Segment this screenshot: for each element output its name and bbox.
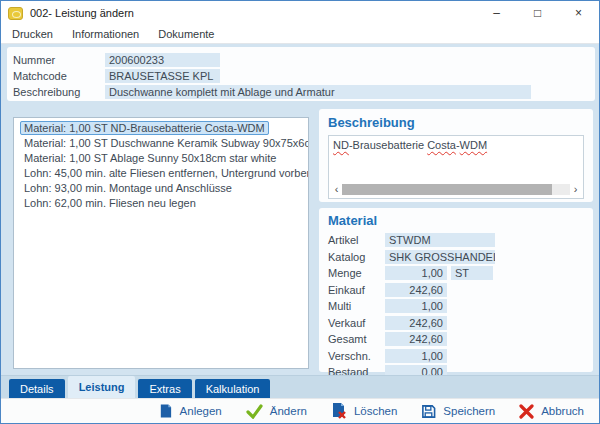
field-label: Beschreibung — [13, 86, 105, 98]
position-list-item[interactable]: Lohn: 93,00 min. Montage und Anschlüsse — [20, 181, 308, 196]
material-row-label: Artikel — [328, 234, 385, 246]
scrollbar-thumb[interactable] — [342, 184, 552, 195]
scroll-left-icon[interactable] — [331, 183, 342, 196]
position-list-item-text: Lohn: 62,00 min. Fliesen neu legen — [20, 196, 200, 210]
position-list-item-text: Lohn: 93,00 min. Montage und Anschlüsse — [20, 181, 236, 195]
position-list-item-text: Material: 1,00 ST Duschwanne Keramik Sub… — [20, 136, 309, 150]
position-list-item-text: Material: 1,00 ST Ablage Sunny 50x18cm s… — [20, 151, 280, 165]
position-list-item[interactable]: Material: 1,00 ST Duschwanne Keramik Sub… — [20, 136, 308, 151]
action-button-label: Löschen — [354, 405, 397, 417]
app-icon — [8, 7, 23, 20]
tab-kalkulation[interactable]: Kalkulation — [195, 379, 271, 398]
material-row: Verschn.1,00 — [328, 349, 585, 363]
menge-field[interactable]: 1,00 — [385, 266, 447, 280]
menu-item-informationen[interactable]: Informationen — [72, 28, 139, 40]
nummer-field[interactable]: 200600233 — [105, 53, 220, 67]
maximize-button[interactable]: □ — [517, 1, 558, 25]
position-list-item[interactable]: Material: 1,00 ST Ablage Sunny 50x18cm s… — [20, 151, 308, 166]
field-label: Matchcode — [13, 70, 105, 82]
menu-item-drucken[interactable]: Drucken — [12, 28, 53, 40]
header-form: Nummer200600233MatchcodeBRAUSETASSE KPLB… — [7, 47, 595, 101]
material-row-label: Katalog — [328, 251, 385, 263]
verschn-field[interactable]: 1,00 — [385, 349, 447, 363]
form-row: Nummer200600233 — [13, 53, 595, 67]
window-controls: – □ × — [476, 1, 599, 25]
scroll-right-icon[interactable] — [570, 183, 581, 196]
einkauf-field[interactable]: 242,60 — [385, 283, 447, 297]
artikel-field[interactable]: STWDM — [385, 233, 495, 247]
beschreibung-field[interactable]: Duschwanne komplett mit Ablage und Armat… — [105, 85, 531, 99]
anlegen-button[interactable]: Anlegen — [158, 403, 222, 419]
save-icon — [421, 404, 436, 419]
material-panel-title: Material — [328, 213, 585, 228]
beschreibung-text: ND-Brausebatterie Costa-WDM — [333, 138, 579, 152]
loeschen-button[interactable]: Löschen — [331, 403, 397, 419]
verkauf-field[interactable]: 242,60 — [385, 316, 447, 330]
gesamt-field[interactable]: 242,60 — [385, 332, 447, 346]
leistung-aendern-window: 002- Leistung ändern – □ × DruckenInform… — [0, 0, 600, 424]
material-row: KatalogSHK GROSSHANDEL — [328, 250, 585, 264]
action-bar: AnlegenÄndernLöschenSpeichernAbbruch — [1, 398, 599, 423]
check-icon — [246, 404, 263, 419]
window-title: 002- Leistung ändern — [30, 7, 134, 19]
action-button-label: Anlegen — [180, 405, 222, 417]
beschreibung-panel: Beschreibung ND-Brausebatterie Costa-WDM — [319, 109, 593, 202]
scrollbar-track[interactable] — [342, 184, 570, 195]
material-row-label: Menge — [328, 267, 385, 279]
position-list-item[interactable]: Lohn: 62,00 min. Fliesen neu legen — [20, 196, 308, 211]
aendern-button[interactable]: Ändern — [246, 404, 307, 419]
horizontal-scrollbar[interactable] — [331, 183, 581, 196]
action-button-label: Ändern — [270, 405, 307, 417]
new-document-icon — [158, 403, 173, 419]
speichern-button[interactable]: Speichern — [421, 404, 495, 419]
material-panel: Material ArtikelSTWDMKatalogSHK GROSSHAN… — [319, 208, 593, 372]
material-row: Einkauf242,60 — [328, 283, 585, 297]
menu-item-dokumente[interactable]: Dokumente — [158, 28, 214, 40]
position-list-item[interactable]: Lohn: 45,00 min. alte Fliesen entfernen,… — [20, 166, 308, 181]
action-button-label: Abbruch — [541, 405, 584, 417]
tab-extras[interactable]: Extras — [138, 379, 191, 398]
material-row-label: Verkauf — [328, 317, 385, 329]
delete-document-icon — [331, 403, 347, 419]
form-row: MatchcodeBRAUSETASSE KPL — [13, 69, 595, 83]
matchcode-field[interactable]: BRAUSETASSE KPL — [105, 69, 220, 83]
titlebar: 002- Leistung ändern – □ × — [1, 1, 599, 25]
cancel-x-icon — [519, 404, 534, 419]
material-row-label: Gesamt — [328, 333, 385, 345]
position-list-item-text: Material: 1,00 ST ND-Brausebatterie Cost… — [20, 121, 269, 135]
material-row-label: Einkauf — [328, 284, 385, 296]
position-list-item-text: Lohn: 45,00 min. alte Fliesen entfernen,… — [20, 166, 309, 180]
field-label: Nummer — [13, 54, 105, 66]
position-list-item[interactable]: Material: 1,00 ST ND-Brausebatterie Cost… — [20, 121, 308, 136]
tabbar: DetailsLeistungExtrasKalkulation — [1, 375, 599, 398]
beschreibung-panel-title: Beschreibung — [328, 115, 585, 130]
minimize-button[interactable]: – — [476, 1, 517, 25]
abbruch-button[interactable]: Abbruch — [519, 404, 584, 419]
tab-details[interactable]: Details — [9, 379, 65, 398]
material-row-label: Verschn. — [328, 350, 385, 362]
action-button-label: Speichern — [443, 405, 495, 417]
material-row: Gesamt242,60 — [328, 332, 585, 346]
tab-leistung[interactable]: Leistung — [68, 376, 136, 398]
multi-field[interactable]: 1,00 — [385, 299, 447, 313]
close-button[interactable]: × — [558, 1, 599, 25]
katalog-field[interactable]: SHK GROSSHANDEL — [385, 250, 495, 264]
material-rows: ArtikelSTWDMKatalogSHK GROSSHANDELMenge1… — [328, 233, 585, 379]
material-row: Multi1,00 — [328, 299, 585, 313]
beschreibung-textarea[interactable]: ND-Brausebatterie Costa-WDM — [328, 135, 584, 199]
material-row: Menge1,00ST — [328, 266, 585, 280]
menubar: DruckenInformationenDokumente — [1, 25, 599, 44]
material-row: ArtikelSTWDM — [328, 233, 585, 247]
menge-unit-field[interactable]: ST — [451, 266, 493, 280]
form-row: BeschreibungDuschwanne komplett mit Abla… — [13, 85, 595, 99]
positions-listbox[interactable]: Material: 1,00 ST ND-Brausebatterie Cost… — [13, 117, 309, 369]
material-row: Verkauf242,60 — [328, 316, 585, 330]
material-row-label: Multi — [328, 300, 385, 312]
